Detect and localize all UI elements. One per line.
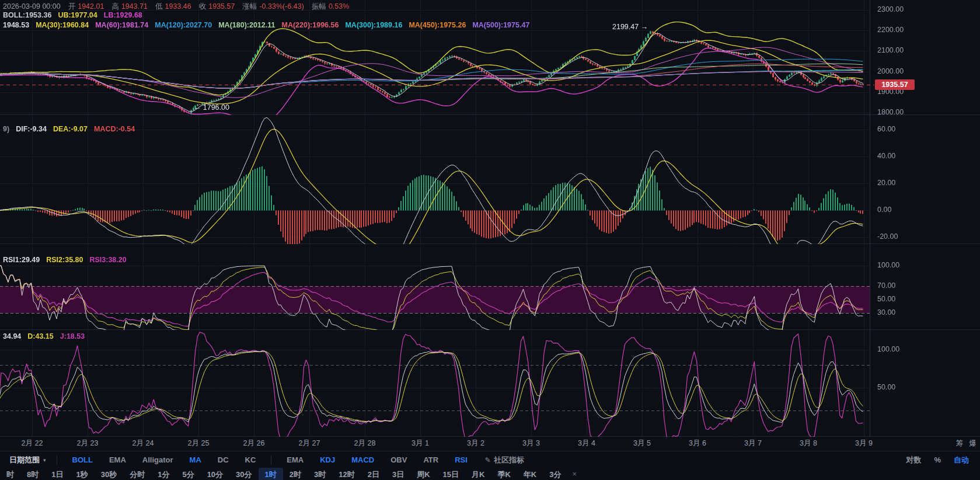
axis-toggle-button[interactable]: 爆 — [969, 439, 977, 448]
axis-tick-label: -20.00 — [877, 232, 924, 241]
bar-datetime: 2026-03-09 00:00 — [3, 2, 61, 11]
scale-option-自动[interactable]: 自动 — [948, 455, 974, 465]
indicator-button-MACD[interactable]: MACD — [343, 455, 382, 464]
axis-tick-label: 2200.00 — [877, 26, 924, 34]
timeframe-年K[interactable]: 年K — [517, 468, 543, 480]
indicator-button-KDJ[interactable]: KDJ — [312, 455, 343, 464]
ma-legend-item: MA(30):1960.84 — [36, 21, 89, 29]
timeframe-10分[interactable]: 10分 — [201, 468, 229, 480]
timeframe-2时[interactable]: 2时 — [283, 468, 308, 480]
timeframe-5分[interactable]: 5分 — [176, 468, 200, 480]
date-range-label: 日期范围 — [9, 455, 40, 465]
date-label: 3月 4 — [569, 439, 604, 448]
timeframe-bar: 时8时1日1秒30秒分时1分5分10分30分1时2时3时12时2日3日周K15日… — [0, 468, 980, 480]
close-icon[interactable]: × — [567, 468, 581, 480]
boll-legend-item: BOLL:1953.36 — [3, 11, 51, 19]
last-price-tag: 1935.57 — [875, 79, 915, 90]
chart-canvas[interactable] — [0, 0, 980, 437]
price-annotation: 2199.47 → — [612, 23, 648, 31]
date-label: 3月 7 — [735, 439, 770, 448]
indicator-button-EMA[interactable]: EMA — [101, 455, 134, 464]
kdj-legend-row: 34.94D:43.15J:18.53 — [3, 332, 85, 340]
date-label: 3月 6 — [680, 439, 715, 448]
axis-toggle-button[interactable]: 筹 — [956, 439, 964, 448]
timeframe-3日[interactable]: 3日 — [386, 468, 410, 480]
axis-tick-label: 0.00 — [877, 206, 924, 214]
boll-legend-item: UB:1977.04 — [58, 11, 97, 19]
toolbar-divider — [271, 455, 271, 465]
indicator-toolbar: 日期范围 ▾ BOLLEMAAlligatorMADCKC EMAKDJMACD… — [0, 451, 980, 468]
indicator-button-Alligator[interactable]: Alligator — [134, 455, 182, 464]
scale-options-group: 对数%自动 — [901, 455, 974, 465]
ma-legend-item: MA(180):2012.11 — [218, 21, 275, 29]
axis-tick-label: 40.00 — [877, 152, 924, 160]
rsi-legend-item: RSI2:35.80 — [46, 256, 83, 264]
timeframe-时[interactable]: 时 — [0, 468, 20, 480]
timeframe-1秒[interactable]: 1秒 — [69, 468, 94, 480]
price-annotation: ← 1796.00 — [194, 103, 229, 112]
ohlc-field-value: -0.33%(-6.43) — [259, 2, 304, 11]
date-label: 3月 1 — [403, 439, 438, 448]
macd-legend-item: 9) — [3, 125, 9, 133]
community-indicators-label: 社区指标 — [494, 455, 524, 465]
toolbar-divider — [57, 455, 57, 465]
date-label: 3月 3 — [514, 439, 549, 448]
timeframe-季K[interactable]: 季K — [491, 468, 517, 480]
indicator-button-EMA[interactable]: EMA — [278, 455, 312, 464]
timeframe-3分[interactable]: 3分 — [543, 468, 567, 480]
community-indicators-button[interactable]: ✎ 社区指标 — [482, 454, 528, 466]
timeframe-周K[interactable]: 周K — [410, 468, 436, 480]
ma-legend-item: MA(500):1975.47 — [472, 21, 529, 29]
ma-legend-item: 1948.53 — [3, 21, 29, 29]
indicator-button-BOLL[interactable]: BOLL — [64, 455, 101, 464]
indicator-button-ATR[interactable]: ATR — [415, 455, 447, 464]
rsi-legend-item: RSI1:29.49 — [3, 256, 40, 264]
boll-legend-item: LB:1929.68 — [104, 11, 142, 19]
axis-side-toggles: 筹爆 — [956, 439, 976, 448]
overlay-indicator-group: BOLLEMAAlligatorMADCKC — [64, 455, 264, 464]
timeframe-3时[interactable]: 3时 — [308, 468, 332, 480]
indicator-button-OBV[interactable]: OBV — [382, 455, 415, 464]
timeframe-分时[interactable]: 分时 — [123, 468, 151, 480]
scale-option-对数[interactable]: 对数 — [901, 455, 926, 465]
ohlc-field-value: 1942.01 — [78, 2, 104, 11]
timeframe-15日[interactable]: 15日 — [437, 468, 465, 480]
axis-tick-label: 2100.00 — [877, 46, 924, 54]
timeframe-12时[interactable]: 12时 — [332, 468, 361, 480]
timeframe-30秒[interactable]: 30秒 — [95, 468, 123, 480]
date-label: 3月 2 — [458, 439, 493, 448]
indicator-button-RSI[interactable]: RSI — [447, 455, 476, 464]
boll-legend-row: BOLL:1953.36UB:1977.04LB:1929.68 — [3, 11, 142, 19]
date-range-button[interactable]: 日期范围 ▾ — [6, 454, 50, 466]
ohlc-field-value: 1933.46 — [165, 2, 191, 11]
edit-icon: ✎ — [485, 456, 491, 464]
macd-legend-row: 9)DIF:-9.34DEA:-9.07MACD:-0.54 — [3, 125, 135, 133]
timeframe-月K[interactable]: 月K — [465, 468, 491, 480]
timeframe-30分[interactable]: 30分 — [229, 468, 258, 480]
axis-tick-label: 2000.00 — [877, 67, 924, 75]
kdj-legend-item: J:18.53 — [60, 332, 85, 340]
timeframe-1时[interactable]: 1时 — [259, 468, 283, 480]
timeframe-1分[interactable]: 1分 — [151, 468, 176, 480]
ma-legend-item: MA(450):1975.26 — [409, 21, 466, 29]
indicator-button-MA[interactable]: MA — [182, 455, 210, 464]
indicator-button-DC[interactable]: DC — [210, 455, 237, 464]
scale-option-%[interactable]: % — [929, 455, 946, 464]
date-label: 2月 23 — [70, 439, 105, 448]
ohlc-field-value: 1935.57 — [208, 2, 235, 11]
date-label: 2月 24 — [125, 439, 161, 448]
macd-legend-item: DEA:-9.07 — [53, 125, 88, 133]
pane-indicator-group: EMAKDJMACDOBVATRRSI — [278, 455, 476, 464]
axis-tick-label: 100.00 — [877, 345, 924, 353]
timeframe-2日[interactable]: 2日 — [361, 468, 386, 480]
ohlc-field-value: 1943.71 — [121, 2, 148, 11]
date-label: 2月 27 — [292, 439, 327, 448]
timeframe-1日[interactable]: 1日 — [45, 468, 69, 480]
timeframe-8时[interactable]: 8时 — [20, 468, 45, 480]
indicator-button-KC[interactable]: KC — [237, 455, 264, 464]
axis-tick-label: 30.00 — [877, 308, 924, 316]
ohlc-field-label: 涨幅 — [242, 2, 257, 12]
time-axis[interactable]: 2月 222月 232月 242月 252月 262月 272月 283月 13… — [0, 437, 980, 450]
ohlc-field-value: 0.53% — [329, 2, 349, 11]
date-label: 2月 25 — [181, 439, 216, 448]
